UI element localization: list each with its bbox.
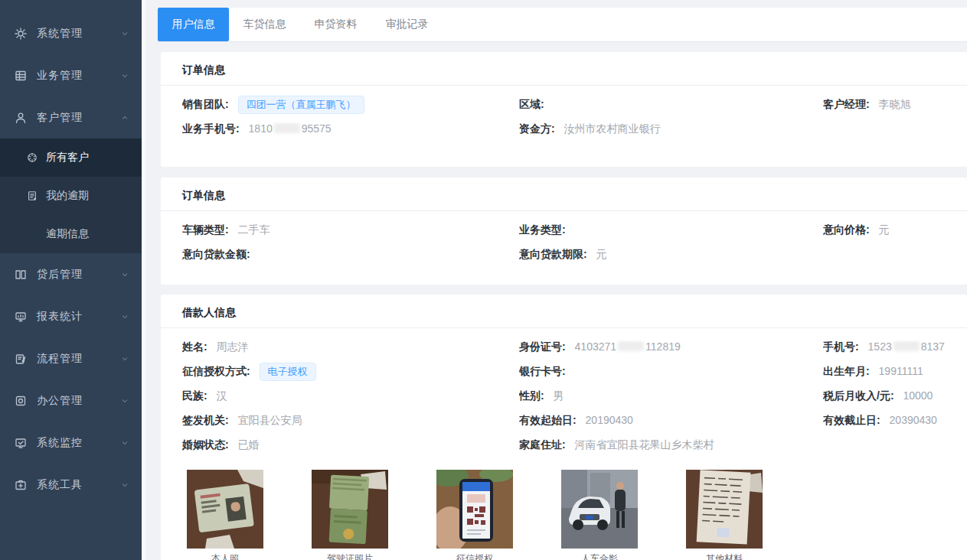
chevron-down-icon	[120, 354, 129, 363]
sidebar-item-label: 办公管理	[37, 394, 120, 408]
book-icon	[14, 268, 28, 282]
overdue-doc-icon	[26, 190, 38, 202]
photo-caption: 征信授权	[436, 552, 513, 560]
document-photo-image	[686, 470, 763, 549]
field-issuing-authority: 签发机关: 宜阳县公安局	[182, 414, 519, 428]
sidebar-subitem-all-customers[interactable]: 所有客户	[0, 138, 142, 177]
field-business-phone: 业务手机号: 181095575	[182, 122, 519, 136]
customer-mgmt-submenu: 所有客户 我的逾期 逾期信息	[0, 138, 142, 253]
sidebar: 系统管理 业务管理 客户管理 所有客户 我的逾期 逾期信息	[0, 0, 142, 560]
chevron-down-icon	[120, 438, 129, 448]
sidebar-item-label: 系统监控	[37, 436, 120, 450]
sidebar-subitem-label: 所有客户	[46, 151, 89, 164]
main-content: 用户信息 车贷信息 申贷资料 审批记录 订单信息 销售团队: 四团一营（直属王鹏…	[142, 0, 967, 560]
field-funder: 资金方: 汝州市农村商业银行	[519, 122, 823, 136]
chevron-up-icon	[120, 113, 129, 122]
sidebar-item-label: 系统管理	[37, 27, 120, 41]
monitor-check-icon	[14, 436, 28, 450]
field-sales-team: 销售团队: 四团一营（直属王鹏飞）	[182, 96, 519, 114]
photo-caption: 驾驶证照片	[312, 552, 388, 560]
redaction-blur	[274, 123, 300, 133]
sidebar-item-system-mgmt[interactable]: 系统管理	[0, 12, 142, 54]
sidebar-item-system-monitor[interactable]: 系统监控	[0, 422, 142, 464]
field-credit-auth-method: 征信授权方式: 电子授权	[182, 363, 519, 381]
sidebar-item-label: 客户管理	[37, 111, 120, 125]
detail-tabbar: 用户信息 车贷信息 申贷资料 审批记录	[158, 8, 967, 42]
photo-credit-auth-qr[interactable]: 征信授权	[436, 470, 513, 560]
sidebar-item-business-mgmt[interactable]: 业务管理	[0, 54, 142, 96]
field-valid-from: 有效起始日: 20190430	[519, 414, 823, 428]
tab-approval-records[interactable]: 审批记录	[371, 8, 443, 41]
sidebar-item-customer-mgmt[interactable]: 客户管理	[0, 96, 142, 138]
sidebar-subitem-my-overdue[interactable]: 我的逾期	[0, 177, 142, 215]
borrower-info-card: 借款人信息 姓名: 周志洋 身份证号: 4103271112819 手机号: 1…	[161, 295, 967, 560]
car-photo-image	[561, 470, 638, 549]
field-intent-price: 意向价格: 元	[823, 223, 967, 237]
chevron-down-icon	[120, 312, 129, 321]
field-gender: 性别: 男	[519, 389, 823, 403]
redaction-blur	[618, 341, 644, 351]
order-info-card-1: 订单信息 销售团队: 四团一营（直属王鹏飞） 区域: 客户经理: 李晓旭 业务手	[161, 52, 967, 167]
field-bank-card: 银行卡号:	[519, 365, 823, 379]
chevron-down-icon	[120, 270, 129, 279]
toolbox-icon	[14, 478, 28, 492]
sidebar-item-loan-post-mgmt[interactable]: 贷后管理	[0, 253, 142, 295]
field-account-manager: 客户经理: 李晓旭	[823, 98, 967, 112]
sidebar-item-report-stats[interactable]: 报表统计	[0, 295, 142, 337]
phone-qr-photo-image	[436, 470, 513, 549]
sidebar-item-office-mgmt[interactable]: 办公管理	[0, 379, 142, 422]
sidebar-item-process-mgmt[interactable]: 流程管理	[0, 337, 142, 379]
section-title: 订单信息	[161, 177, 967, 211]
sidebar-item-label: 业务管理	[37, 69, 120, 83]
field-id-number: 身份证号: 4103271112819	[519, 340, 823, 354]
field-marital-status: 婚姻状态: 已婚	[182, 438, 519, 452]
borrower-photo-gallery: 本人照	[161, 470, 967, 560]
sidebar-item-label: 报表统计	[37, 310, 120, 324]
tab-car-loan-info[interactable]: 车贷信息	[229, 8, 300, 41]
id-card-photo-image	[187, 470, 263, 549]
order-info-card-2: 订单信息 车辆类型: 二手车 业务类型: 意向价格: 元 意向贷款金额:	[161, 177, 967, 285]
tab-loan-application-docs[interactable]: 申贷资料	[300, 8, 371, 41]
photo-caption: 其他材料	[686, 552, 763, 560]
field-home-address: 家庭住址: 河南省宜阳县花果山乡木柴村	[519, 438, 823, 452]
photo-person-with-car[interactable]: 人车合影	[561, 470, 638, 560]
field-birth-date: 出生年月: 19911111	[823, 365, 967, 379]
field-region: 区域:	[519, 98, 823, 112]
sidebar-item-label: 流程管理	[37, 352, 120, 366]
chevron-down-icon	[120, 396, 129, 405]
field-business-type: 业务类型:	[519, 223, 823, 237]
sidebar-item-label: 系统工具	[37, 478, 120, 492]
chevron-down-icon	[120, 71, 129, 80]
photo-handwritten-document[interactable]: 其他材料	[686, 470, 763, 560]
grid-icon	[14, 69, 28, 83]
sidebar-item-label: 贷后管理	[37, 268, 120, 282]
credit-auth-tag: 电子授权	[260, 363, 316, 381]
field-intent-loan-term: 意向贷款期限: 元	[519, 248, 823, 262]
field-monthly-income: 税后月收入/元: 10000	[823, 389, 967, 403]
customers-icon	[26, 151, 38, 164]
photo-caption: 人车合影	[561, 552, 638, 560]
field-ethnicity: 民族: 汉	[182, 389, 519, 403]
field-mobile-phone: 手机号: 15238137	[823, 340, 967, 354]
field-vehicle-type: 车辆类型: 二手车	[182, 223, 519, 237]
user-icon	[14, 111, 28, 125]
field-name: 姓名: 周志洋	[182, 340, 519, 354]
sidebar-item-system-tools[interactable]: 系统工具	[0, 464, 142, 506]
report-monitor-icon	[14, 310, 28, 324]
section-title: 订单信息	[161, 52, 967, 86]
gear-icon	[14, 27, 28, 41]
sidebar-subitem-label: 逾期信息	[46, 227, 89, 241]
chevron-down-icon	[120, 29, 129, 38]
green-booklet-photo-image	[312, 470, 388, 549]
redaction-blur	[893, 341, 920, 351]
chevron-down-icon	[120, 480, 129, 490]
sidebar-subitem-overdue-info[interactable]: 逾期信息	[0, 215, 142, 253]
content-left-gutter	[142, 0, 145, 560]
photo-caption: 本人照	[187, 552, 263, 560]
field-valid-to: 有效截止日: 20390430	[823, 414, 967, 428]
tab-user-info[interactable]: 用户信息	[158, 8, 229, 41]
sidebar-subitem-label: 我的逾期	[46, 189, 89, 203]
photo-id-card[interactable]: 本人照	[187, 470, 263, 560]
field-intent-loan-amount: 意向贷款金额:	[182, 248, 519, 262]
photo-driver-license[interactable]: 驾驶证照片	[312, 470, 388, 560]
